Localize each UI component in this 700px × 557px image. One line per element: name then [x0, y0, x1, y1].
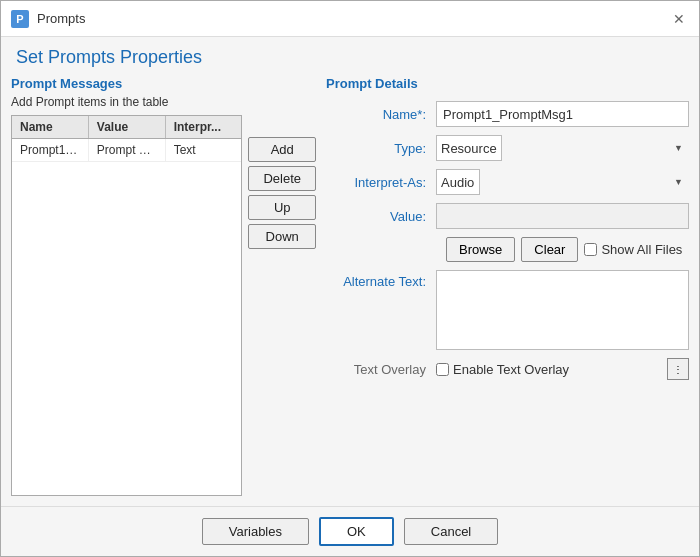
type-select-wrapper: Resource Text File — [436, 135, 689, 161]
overlay-group: Text Overlay Enable Text Overlay ⋮ — [326, 358, 689, 380]
left-section-title: Prompt Messages — [11, 76, 316, 91]
col-value: Value — [89, 116, 166, 138]
alt-text-label: Alternate Text: — [326, 270, 436, 289]
prompt-table: Name Value Interpr... Prompt1_Pr... Prom… — [11, 115, 242, 496]
cell-interpret: Text — [166, 139, 242, 161]
cell-value: Prompt D... — [89, 139, 166, 161]
value-input[interactable] — [436, 203, 689, 229]
cancel-button[interactable]: Cancel — [404, 518, 498, 545]
show-all-files-label[interactable]: Show All Files — [584, 242, 682, 257]
col-name: Name — [12, 116, 89, 138]
alt-text-input[interactable] — [436, 270, 689, 350]
right-panel: Prompt Details Name*: Type: Resource Tex… — [326, 76, 689, 496]
table-row[interactable]: Prompt1_Pr... Prompt D... Text — [12, 139, 241, 162]
overlay-checkbox[interactable] — [436, 363, 449, 376]
add-button[interactable]: Add — [248, 137, 316, 162]
type-group: Type: Resource Text File — [326, 135, 689, 161]
table-button-group: Add Delete Up Down — [248, 115, 316, 496]
edit-icon-button[interactable]: ⋮ — [667, 358, 689, 380]
window-title: Prompts — [37, 11, 85, 26]
overlay-check-label[interactable]: Enable Text Overlay — [436, 362, 569, 377]
delete-button[interactable]: Delete — [248, 166, 316, 191]
cell-name: Prompt1_Pr... — [12, 139, 89, 161]
type-label: Type: — [326, 141, 436, 156]
clear-button[interactable]: Clear — [521, 237, 578, 262]
show-all-files-checkbox[interactable] — [584, 243, 597, 256]
type-select[interactable]: Resource Text File — [436, 135, 502, 161]
browse-row: Browse Clear Show All Files — [446, 237, 689, 262]
variables-button[interactable]: Variables — [202, 518, 309, 545]
browse-button[interactable]: Browse — [446, 237, 515, 262]
footer: Variables OK Cancel — [1, 506, 699, 556]
col-interpret: Interpr... — [166, 116, 242, 138]
right-section-title: Prompt Details — [326, 76, 689, 91]
interpret-label: Interpret-As: — [326, 175, 436, 190]
table-header: Name Value Interpr... — [12, 116, 241, 139]
main-window: P Prompts ✕ Set Prompts Properties Promp… — [0, 0, 700, 557]
name-input[interactable] — [436, 101, 689, 127]
name-label: Name*: — [326, 107, 436, 122]
show-all-files-text: Show All Files — [601, 242, 682, 257]
title-bar: P Prompts ✕ — [1, 1, 699, 37]
overlay-label: Text Overlay — [326, 362, 436, 377]
title-bar-left: P Prompts — [11, 10, 85, 28]
close-button[interactable]: ✕ — [669, 9, 689, 29]
left-section-subtitle: Add Prompt items in the table — [11, 95, 316, 109]
interpret-group: Interpret-As: Audio Text File — [326, 169, 689, 195]
app-icon: P — [11, 10, 29, 28]
content-area: Prompt Messages Add Prompt items in the … — [1, 76, 699, 506]
ok-button[interactable]: OK — [319, 517, 394, 546]
value-group: Value: — [326, 203, 689, 229]
up-button[interactable]: Up — [248, 195, 316, 220]
down-button[interactable]: Down — [248, 224, 316, 249]
interpret-select[interactable]: Audio Text File — [436, 169, 480, 195]
alt-text-group: Alternate Text: — [326, 270, 689, 350]
overlay-check-text: Enable Text Overlay — [453, 362, 569, 377]
left-panel: Prompt Messages Add Prompt items in the … — [11, 76, 316, 496]
value-label: Value: — [326, 209, 436, 224]
name-group: Name*: — [326, 101, 689, 127]
page-title: Set Prompts Properties — [1, 37, 699, 76]
interpret-select-wrapper: Audio Text File — [436, 169, 689, 195]
